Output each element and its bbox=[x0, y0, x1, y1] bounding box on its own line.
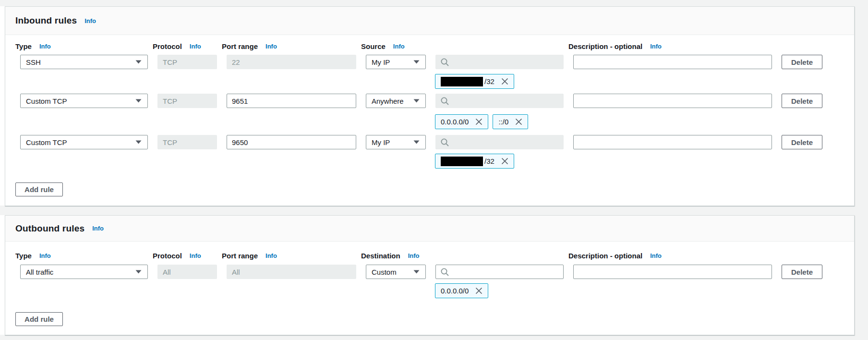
protocol-field bbox=[157, 265, 217, 279]
chevron-down-icon bbox=[135, 99, 142, 103]
source-type-select[interactable]: My IP bbox=[366, 55, 426, 69]
source-type-select[interactable]: Anywhere bbox=[366, 94, 426, 108]
redacted-ip-block bbox=[441, 77, 483, 86]
delete-rule-button[interactable]: Delete bbox=[782, 135, 822, 149]
column-header-description: Description - optional Info bbox=[568, 252, 767, 260]
description-info-link[interactable]: Info bbox=[650, 43, 662, 50]
protocol-info-link[interactable]: Info bbox=[190, 43, 201, 50]
delete-rule-button[interactable]: Delete bbox=[782, 55, 822, 69]
description-input[interactable] bbox=[573, 135, 772, 149]
search-icon bbox=[440, 267, 449, 277]
chevron-down-icon bbox=[413, 140, 420, 144]
outbound-title: Outbound rules bbox=[15, 223, 84, 234]
outbound-panel-header: Outbound rules Info bbox=[5, 216, 854, 242]
type-select[interactable]: Custom TCP bbox=[20, 135, 148, 149]
cidr-chip: 0.0.0.0/0 bbox=[435, 114, 488, 129]
column-header-protocol: Protocol Info bbox=[153, 42, 212, 50]
cidr-chip: 0.0.0.0/0 bbox=[435, 283, 488, 298]
inbound-row-3-chips: /32 bbox=[435, 154, 514, 169]
port-range-input[interactable] bbox=[227, 94, 356, 108]
outbound-info-link[interactable]: Info bbox=[92, 225, 104, 232]
type-info-link[interactable]: Info bbox=[39, 252, 51, 259]
delete-rule-button[interactable]: Delete bbox=[782, 94, 822, 108]
inbound-info-link[interactable]: Info bbox=[84, 17, 96, 24]
source-search-input bbox=[435, 55, 564, 69]
search-icon bbox=[440, 58, 449, 67]
column-header-type: Type Info bbox=[15, 252, 143, 260]
inbound-panel-header: Inbound rules Info bbox=[5, 7, 854, 35]
type-info-link[interactable]: Info bbox=[39, 43, 51, 50]
column-header-description: Description - optional Info bbox=[568, 42, 767, 50]
port-range-info-link[interactable]: Info bbox=[265, 252, 277, 259]
description-input[interactable] bbox=[573, 55, 772, 69]
description-input[interactable] bbox=[573, 265, 772, 279]
inbound-row-2-chips: 0.0.0.0/0 ::/0 bbox=[435, 114, 528, 129]
source-search-input bbox=[435, 94, 564, 108]
column-header-port-range: Port range Info bbox=[222, 252, 351, 260]
chevron-down-icon bbox=[413, 60, 420, 64]
redacted-ip-block bbox=[441, 157, 483, 166]
destination-search-input[interactable] bbox=[435, 265, 564, 279]
source-type-select[interactable]: My IP bbox=[366, 135, 426, 149]
remove-chip-icon[interactable] bbox=[515, 118, 523, 126]
chevron-down-icon bbox=[413, 99, 420, 103]
protocol-field bbox=[157, 55, 217, 69]
port-range-field bbox=[227, 55, 356, 69]
source-info-link[interactable]: Info bbox=[393, 43, 405, 50]
column-header-port-range: Port range Info bbox=[222, 42, 351, 50]
delete-rule-button[interactable]: Delete bbox=[782, 265, 822, 279]
remove-chip-icon[interactable] bbox=[475, 118, 483, 126]
chevron-down-icon bbox=[413, 270, 420, 274]
remove-chip-icon[interactable] bbox=[501, 77, 509, 85]
add-rule-button[interactable]: Add rule bbox=[15, 182, 63, 196]
outbound-rules-panel: Outbound rules Info Type Info Protocol I… bbox=[5, 215, 855, 335]
cidr-chip: ::/0 bbox=[493, 114, 528, 129]
destination-type-select[interactable]: Custom bbox=[366, 265, 426, 279]
page-left-margin bbox=[0, 215, 5, 335]
source-search-input bbox=[435, 135, 564, 149]
remove-chip-icon[interactable] bbox=[501, 157, 509, 165]
type-select[interactable]: Custom TCP bbox=[20, 94, 148, 108]
inbound-row-1-chips: /32 bbox=[435, 74, 514, 89]
page-left-margin bbox=[0, 6, 5, 206]
cidr-chip: /32 bbox=[435, 74, 514, 89]
add-rule-button[interactable]: Add rule bbox=[15, 312, 63, 326]
inbound-rule-row-1: SSH My IP Delete bbox=[20, 55, 822, 69]
outbound-row-1-chips: 0.0.0.0/0 bbox=[435, 283, 488, 298]
outbound-rule-row-1: All traffic Custom Delete bbox=[20, 265, 822, 279]
column-header-type: Type Info bbox=[15, 42, 143, 50]
description-input[interactable] bbox=[573, 94, 772, 108]
description-info-link[interactable]: Info bbox=[650, 252, 662, 259]
outbound-column-headers: Type Info Protocol Info Port range Info … bbox=[15, 252, 818, 260]
protocol-info-link[interactable]: Info bbox=[190, 252, 201, 259]
inbound-rule-row-2: Custom TCP Anywhere Delete bbox=[20, 94, 822, 108]
port-range-input[interactable] bbox=[227, 135, 356, 149]
chevron-down-icon bbox=[135, 140, 142, 144]
inbound-title: Inbound rules bbox=[15, 15, 77, 26]
inbound-rule-row-3: Custom TCP My IP Delete bbox=[20, 135, 822, 149]
destination-info-link[interactable]: Info bbox=[408, 252, 420, 259]
cidr-chip: /32 bbox=[435, 154, 514, 169]
search-icon bbox=[440, 138, 449, 147]
inbound-column-headers: Type Info Protocol Info Port range Info … bbox=[15, 42, 818, 50]
column-header-destination: Destination Info bbox=[361, 252, 559, 260]
port-range-field bbox=[227, 265, 356, 279]
protocol-field bbox=[157, 135, 217, 149]
port-range-info-link[interactable]: Info bbox=[265, 43, 277, 50]
inbound-rules-panel: Inbound rules Info Type Info Protocol In… bbox=[5, 6, 855, 206]
type-select[interactable]: SSH bbox=[20, 55, 148, 69]
type-select[interactable]: All traffic bbox=[20, 265, 148, 279]
chevron-down-icon bbox=[135, 270, 142, 274]
remove-chip-icon[interactable] bbox=[475, 287, 483, 295]
column-header-protocol: Protocol Info bbox=[153, 252, 212, 260]
search-icon bbox=[440, 97, 449, 106]
column-header-source: Source Info bbox=[361, 42, 559, 50]
protocol-field bbox=[157, 94, 217, 108]
chevron-down-icon bbox=[135, 60, 142, 64]
